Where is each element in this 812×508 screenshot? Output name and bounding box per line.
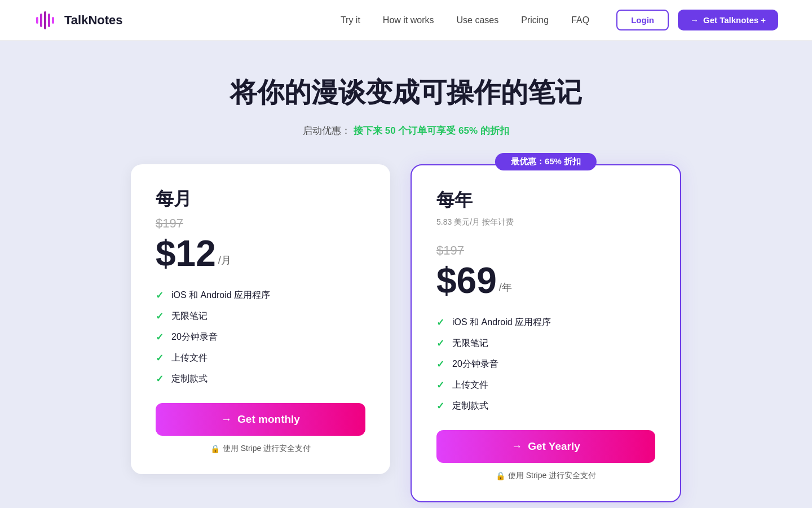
list-item: ✓ 无限笔记 bbox=[156, 310, 365, 322]
main-content: 将你的漫谈变成可操作的笔记 启动优惠： 接下来 50 个订单可享受 65% 的折… bbox=[0, 41, 812, 508]
yearly-secure-stripe: 🔒 使用 Stripe 进行安全支付 bbox=[436, 471, 655, 481]
monthly-price-row: $197 $12 /月 bbox=[156, 216, 365, 271]
list-item: ✓ 无限笔记 bbox=[436, 338, 655, 349]
check-icon: ✓ bbox=[156, 290, 164, 301]
get-yearly-button[interactable]: → Get Yearly bbox=[436, 430, 655, 463]
feature-label: 无限笔记 bbox=[171, 310, 208, 322]
check-icon: ✓ bbox=[156, 352, 164, 364]
list-item: ✓ 上传文件 bbox=[156, 352, 365, 364]
promo-highlight: 接下来 50 个订单可享受 65% 的折扣 bbox=[354, 125, 509, 136]
list-item: ✓ 20分钟录音 bbox=[436, 358, 655, 370]
feature-label: 上传文件 bbox=[452, 379, 488, 391]
list-item: ✓ iOS 和 Android 应用程序 bbox=[436, 317, 655, 329]
yearly-price-row: $197 $69 /年 bbox=[436, 243, 655, 299]
logo-icon bbox=[34, 8, 59, 33]
check-icon: ✓ bbox=[436, 338, 444, 349]
feature-label: iOS 和 Android 应用程序 bbox=[452, 317, 551, 329]
logo-text: TalkNotes bbox=[64, 13, 123, 28]
monthly-price-period: /月 bbox=[218, 253, 231, 267]
check-icon: ✓ bbox=[156, 310, 164, 322]
yearly-secure-text: 使用 Stripe 进行安全支付 bbox=[508, 471, 596, 481]
page-title: 将你的漫谈变成可操作的笔记 bbox=[230, 75, 582, 111]
arrow-icon: → bbox=[221, 413, 232, 426]
feature-label: iOS 和 Android 应用程序 bbox=[171, 290, 270, 301]
svg-rect-1 bbox=[40, 14, 42, 27]
yearly-plan-name: 每年 bbox=[436, 188, 655, 213]
nav-links: Try it How it works Use cases Pricing FA… bbox=[341, 15, 589, 25]
check-icon: ✓ bbox=[436, 379, 444, 391]
yearly-price-col: $197 $69 /年 bbox=[436, 243, 512, 299]
monthly-card: 每月 $197 $12 /月 ✓ iOS 和 Android 应用程序 ✓ bbox=[131, 164, 390, 474]
yearly-original-price: $197 bbox=[436, 243, 512, 258]
yearly-card-wrap: 最优惠：65% 折扣 每年 5.83 美元/月 按年计费 $197 $69 /年 bbox=[411, 164, 681, 502]
get-talknotes-label: Get Talknotes + bbox=[703, 15, 766, 25]
monthly-secure-stripe: 🔒 使用 Stripe 进行安全支付 bbox=[156, 444, 365, 454]
monthly-secure-text: 使用 Stripe 进行安全支付 bbox=[223, 444, 311, 454]
feature-label: 无限笔记 bbox=[452, 338, 488, 349]
get-yearly-label: Get Yearly bbox=[528, 440, 580, 453]
yearly-plan-sub: 5.83 美元/月 按年计费 bbox=[436, 217, 655, 227]
arrow-right-icon: → bbox=[690, 15, 699, 25]
pricing-cards: 每月 $197 $12 /月 ✓ iOS 和 Android 应用程序 ✓ bbox=[124, 164, 688, 502]
list-item: ✓ 上传文件 bbox=[436, 379, 655, 391]
feature-label: 20分钟录音 bbox=[452, 358, 498, 370]
logo[interactable]: TalkNotes bbox=[34, 8, 123, 33]
promo-line: 启动优惠： 接下来 50 个订单可享受 65% 的折扣 bbox=[303, 124, 509, 137]
nav-link-try-it[interactable]: Try it bbox=[341, 15, 360, 25]
login-button[interactable]: Login bbox=[616, 10, 669, 30]
feature-label: 定制款式 bbox=[452, 400, 488, 412]
monthly-price-col: $197 $12 /月 bbox=[156, 216, 231, 271]
list-item: ✓ 定制款式 bbox=[436, 400, 655, 412]
monthly-plan-name: 每月 bbox=[156, 187, 365, 212]
feature-label: 上传文件 bbox=[171, 352, 208, 364]
check-icon: ✓ bbox=[156, 331, 164, 343]
list-item: ✓ iOS 和 Android 应用程序 bbox=[156, 290, 365, 301]
feature-label: 定制款式 bbox=[171, 373, 208, 385]
promo-prefix: 启动优惠： bbox=[303, 125, 351, 136]
yearly-current-price: $69 bbox=[436, 262, 497, 299]
yearly-features: ✓ iOS 和 Android 应用程序 ✓ 无限笔记 ✓ 20分钟录音 ✓ 上… bbox=[436, 317, 655, 412]
list-item: ✓ 20分钟录音 bbox=[156, 331, 365, 343]
lock-icon: 🔒 bbox=[496, 471, 505, 480]
svg-rect-3 bbox=[48, 14, 50, 27]
monthly-original-price: $197 bbox=[156, 216, 231, 231]
feature-label: 20分钟录音 bbox=[171, 331, 218, 343]
nav-actions: Login → Get Talknotes + bbox=[616, 10, 778, 30]
nav-link-use-cases[interactable]: Use cases bbox=[457, 15, 499, 25]
monthly-features: ✓ iOS 和 Android 应用程序 ✓ 无限笔记 ✓ 20分钟录音 ✓ 上… bbox=[156, 290, 365, 385]
svg-rect-0 bbox=[36, 17, 38, 24]
yearly-price-period: /年 bbox=[499, 281, 512, 294]
get-monthly-label: Get monthly bbox=[237, 413, 300, 426]
yearly-card: 每年 5.83 美元/月 按年计费 $197 $69 /年 ✓ iOS 和 An bbox=[411, 164, 681, 502]
get-talknotes-button[interactable]: → Get Talknotes + bbox=[678, 10, 778, 30]
navbar: TalkNotes Try it How it works Use cases … bbox=[0, 0, 812, 41]
svg-rect-4 bbox=[52, 17, 54, 24]
check-icon: ✓ bbox=[436, 400, 444, 412]
best-badge: 最优惠：65% 折扣 bbox=[495, 153, 597, 170]
nav-link-pricing[interactable]: Pricing bbox=[521, 15, 549, 25]
arrow-icon: → bbox=[511, 440, 522, 453]
list-item: ✓ 定制款式 bbox=[156, 373, 365, 385]
nav-link-how-it-works[interactable]: How it works bbox=[383, 15, 434, 25]
check-icon: ✓ bbox=[156, 373, 164, 385]
check-icon: ✓ bbox=[436, 317, 444, 329]
monthly-current-price: $12 bbox=[156, 235, 216, 271]
svg-rect-2 bbox=[44, 11, 46, 29]
check-icon: ✓ bbox=[436, 358, 444, 370]
nav-link-faq[interactable]: FAQ bbox=[571, 15, 589, 25]
get-monthly-button[interactable]: → Get monthly bbox=[156, 403, 365, 436]
lock-icon: 🔒 bbox=[210, 444, 220, 453]
